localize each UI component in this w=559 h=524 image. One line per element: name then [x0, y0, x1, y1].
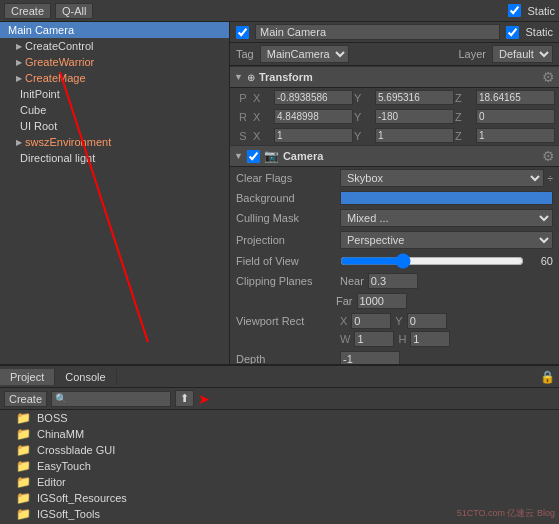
- z-label-r: Z: [455, 111, 475, 123]
- y-label-r: Y: [354, 111, 374, 123]
- layer-label: Layer: [458, 48, 486, 60]
- culling-mask-select[interactable]: Mixed ...: [340, 209, 553, 227]
- sy-input[interactable]: [375, 128, 454, 143]
- hierarchy-item-swszenvironment[interactable]: ▶swszEnvironment: [0, 134, 229, 150]
- background-row: Background: [230, 189, 559, 207]
- pz-input[interactable]: [476, 90, 555, 105]
- inspector-name-row: Static: [230, 22, 559, 43]
- hierarchy-item-uiroot[interactable]: UI Root: [0, 118, 229, 134]
- transform-settings-icon[interactable]: ⚙: [542, 69, 555, 85]
- folder-igsoft-tools[interactable]: 📁IGSoft_Tools: [8, 506, 559, 522]
- main-area: Main Camera ▶CreateControl ▶GreateWarrio…: [0, 22, 559, 364]
- static-label: Static: [527, 5, 555, 17]
- expand-button[interactable]: ⬆: [175, 390, 194, 407]
- static-obj-checkbox[interactable]: [506, 26, 519, 39]
- vp-y-label: Y: [395, 315, 402, 327]
- tag-select[interactable]: MainCamera: [260, 45, 349, 63]
- folder-icon-crossbladegui: 📁: [16, 443, 31, 457]
- file-list: 📁BOSS 📁ChinaMM 📁Crossblade GUI 📁EasyTouc…: [8, 410, 559, 524]
- folder-crossbladegui[interactable]: 📁Crossblade GUI: [8, 442, 559, 458]
- vp-h-input[interactable]: [410, 331, 450, 347]
- z-label-p: Z: [455, 92, 475, 104]
- transform-arrow-icon: ▼: [234, 72, 243, 82]
- camera-title: Camera: [283, 150, 542, 162]
- clipping-row: Clipping Planes Near: [230, 271, 559, 291]
- folder-icon-editor: 📁: [16, 475, 31, 489]
- folder-icon-igsoft-resources: 📁: [16, 491, 31, 505]
- s-label: S: [234, 130, 252, 142]
- bottom-panel-lock-icon[interactable]: 🔒: [536, 368, 559, 386]
- hierarchy-item-createcontrol[interactable]: ▶CreateControl: [0, 38, 229, 54]
- inspector-panel: Static Tag MainCamera Layer Default ▼ ⊕ …: [230, 22, 559, 364]
- vp-w-label: W: [340, 333, 350, 345]
- viewport-rect-section: Viewport Rect X Y W H: [230, 311, 559, 349]
- static-obj-label: Static: [525, 26, 553, 38]
- hierarchy-item-greatewarrior[interactable]: ▶GreateWarrior: [0, 54, 229, 70]
- search-container: 🔍: [51, 391, 171, 407]
- create-button[interactable]: Create: [4, 3, 51, 19]
- py-input[interactable]: [375, 90, 454, 105]
- camera-settings-icon[interactable]: ⚙: [542, 148, 555, 164]
- projection-select[interactable]: Perspective: [340, 231, 553, 249]
- background-color[interactable]: [340, 191, 553, 205]
- vp-w-input[interactable]: [354, 331, 394, 347]
- transform-section-header[interactable]: ▼ ⊕ Transform ⚙: [230, 66, 559, 88]
- culling-mask-label: Culling Mask: [236, 212, 336, 224]
- sx-input[interactable]: [274, 128, 353, 143]
- camera-section-header[interactable]: ▼ 📷 Camera ⚙: [230, 145, 559, 167]
- folder-chinamm[interactable]: 📁ChinaMM: [8, 426, 559, 442]
- q-all-button[interactable]: Q-All: [55, 3, 93, 19]
- r-label: R: [234, 111, 252, 123]
- clear-flags-select[interactable]: Skybox: [340, 169, 544, 187]
- folder-icon-chinamm: 📁: [16, 427, 31, 441]
- fov-slider[interactable]: [340, 253, 524, 269]
- near-input[interactable]: [368, 273, 418, 289]
- camera-enabled-checkbox[interactable]: [247, 150, 260, 163]
- folder-igsoft-resources[interactable]: 📁IGSoft_Resources: [8, 490, 559, 506]
- tag-label: Tag: [236, 48, 254, 60]
- create-assets-button[interactable]: Create: [4, 391, 47, 407]
- folder-icon-igsoft-tools: 📁: [16, 507, 31, 521]
- hierarchy-item-main-camera[interactable]: Main Camera: [0, 22, 229, 38]
- folder-easytouch[interactable]: 📁EasyTouch: [8, 458, 559, 474]
- depth-input[interactable]: [340, 351, 400, 364]
- camera-icon: 📷: [264, 149, 279, 163]
- transform-r-row: R X Y Z: [230, 107, 559, 126]
- vp-x-input[interactable]: [351, 313, 391, 329]
- sz-input[interactable]: [476, 128, 555, 143]
- far-input[interactable]: [357, 293, 407, 309]
- search-input[interactable]: [70, 393, 150, 405]
- fov-row: Field of View 60: [230, 251, 559, 271]
- file-list-container: 📁BOSS 📁ChinaMM 📁Crossblade GUI 📁EasyTouc…: [0, 410, 559, 524]
- transform-s-row: S X Y Z: [230, 126, 559, 145]
- x-label-s: X: [253, 130, 273, 142]
- x-label-r: X: [253, 111, 273, 123]
- z-label-s: Z: [455, 130, 475, 142]
- object-name-input[interactable]: [255, 24, 500, 40]
- tab-project[interactable]: Project: [0, 369, 55, 385]
- bottom-panel: Project Console 🔒 Create 🔍 ⬆ ➤ 📁BOSS 📁Ch…: [0, 364, 559, 524]
- y-label-s: Y: [354, 130, 374, 142]
- folder-icon-easytouch: 📁: [16, 459, 31, 473]
- hierarchy-item-cube[interactable]: Cube: [0, 102, 229, 118]
- hierarchy-list: Main Camera ▶CreateControl ▶GreateWarrio…: [0, 22, 229, 364]
- folder-boss[interactable]: 📁BOSS: [8, 410, 559, 426]
- tab-console[interactable]: Console: [55, 369, 116, 385]
- depth-label: Depth: [236, 353, 336, 364]
- folder-icon-boss: 📁: [16, 411, 31, 425]
- rx-input[interactable]: [274, 109, 353, 124]
- static-checkbox[interactable]: [508, 4, 521, 17]
- active-checkbox[interactable]: [236, 26, 249, 39]
- hierarchy-item-initpoint[interactable]: InitPoint: [0, 86, 229, 102]
- clear-flags-row: Clear Flags Skybox ÷: [230, 167, 559, 189]
- ry-input[interactable]: [375, 109, 454, 124]
- px-input[interactable]: [274, 90, 353, 105]
- clip-label: Clipping Planes: [236, 275, 336, 287]
- hierarchy-item-directionallight[interactable]: Directional light: [0, 150, 229, 166]
- rz-input[interactable]: [476, 109, 555, 124]
- hierarchy-item-createmage[interactable]: ▶CreateMage: [0, 70, 229, 86]
- layer-select[interactable]: Default: [492, 45, 553, 63]
- folder-editor[interactable]: 📁Editor: [8, 474, 559, 490]
- p-label: P: [234, 92, 252, 104]
- vp-y-input[interactable]: [407, 313, 447, 329]
